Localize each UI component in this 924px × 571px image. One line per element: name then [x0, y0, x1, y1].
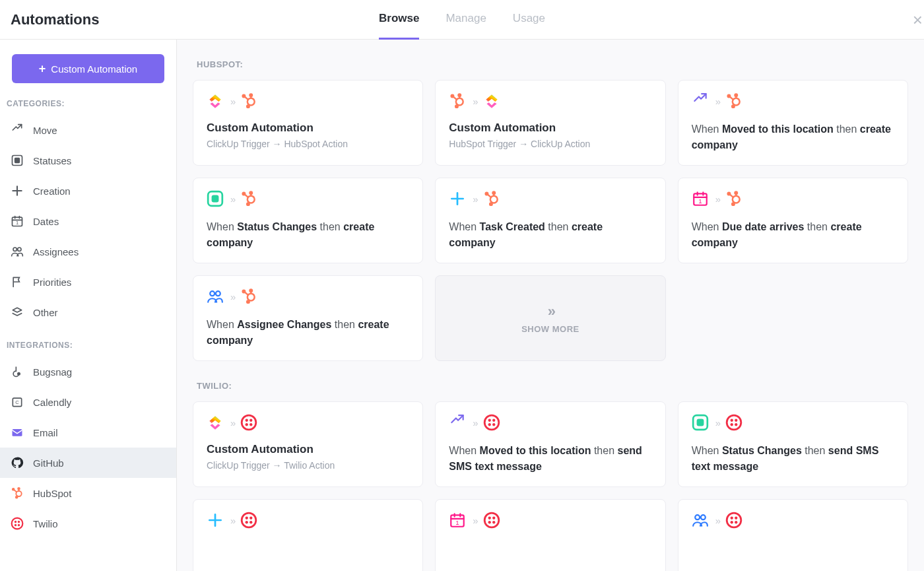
- svg-point-81: [492, 521, 495, 523]
- calendar-icon: 1: [11, 215, 24, 228]
- plus-icon: [449, 190, 466, 207]
- svg-point-57: [249, 423, 252, 426]
- automation-card[interactable]: »: [193, 499, 423, 571]
- chevron-right-icon: »: [715, 96, 719, 107]
- custom-automation-button[interactable]: + Custom Automation: [12, 54, 164, 83]
- arrow-icon: [692, 92, 709, 110]
- sidebar-item-move[interactable]: Move: [0, 115, 176, 145]
- automation-card[interactable]: » When Assignee Changes then create comp…: [193, 275, 423, 361]
- status-icon: [207, 190, 224, 207]
- automation-card[interactable]: »: [678, 499, 908, 571]
- card-subtitle: ClickUp Trigger → HubSpot Action: [207, 139, 409, 149]
- show-more-label: SHOW MORE: [521, 324, 579, 334]
- calendar-icon: 1: [449, 512, 466, 529]
- page-title: Automations: [11, 11, 99, 28]
- sidebar-item-calendly[interactable]: CCalendly: [0, 387, 176, 417]
- sidebar-item-email[interactable]: Email: [0, 417, 176, 448]
- sidebar-item-hubspot[interactable]: HubSpot: [0, 478, 176, 508]
- automation-card[interactable]: » When Moved to this location then creat…: [678, 80, 908, 166]
- sidebar-item-label: Dates: [33, 216, 59, 227]
- card-text: When Assignee Changes then create compan…: [207, 317, 409, 349]
- automation-card[interactable]: » When Status Changes then send SMS text…: [678, 401, 908, 487]
- show-more-button[interactable]: »SHOW MORE: [435, 275, 665, 361]
- card-title: Custom Automation: [207, 443, 409, 456]
- chevron-right-icon: »: [715, 193, 719, 205]
- sidebar-item-other[interactable]: Other: [0, 297, 176, 327]
- svg-text:1: 1: [16, 220, 18, 226]
- svg-point-70: [242, 513, 257, 527]
- svg-point-34: [243, 193, 245, 195]
- sidebar-item-label: Statuses: [33, 155, 71, 166]
- sidebar-item-label: Other: [33, 307, 58, 318]
- card-icons: 1 »: [692, 190, 894, 207]
- tab-browse[interactable]: Browse: [379, 0, 419, 40]
- tab-manage[interactable]: Manage: [446, 0, 486, 40]
- card-title: Custom Automation: [449, 121, 651, 135]
- svg-point-51: [250, 290, 252, 292]
- twilio-icon: [725, 512, 742, 529]
- sidebar-item-creation[interactable]: Creation: [0, 176, 176, 206]
- tab-usage[interactable]: Usage: [513, 0, 545, 40]
- automation-card[interactable]: » Custom AutomationClickUp Trigger → Hub…: [193, 80, 423, 166]
- people-icon: [11, 245, 24, 258]
- automation-card[interactable]: » Custom AutomationHubSpot Trigger → Cli…: [435, 80, 665, 166]
- people-icon: [207, 288, 224, 305]
- sidebar-item-statuses[interactable]: Statuses: [0, 145, 176, 176]
- automation-card[interactable]: 1 » When Due date arrives then create co…: [678, 178, 908, 263]
- sidebar-item-twilio[interactable]: Twilio: [0, 508, 176, 539]
- automation-card[interactable]: » Custom AutomationClickUp Trigger → Twi…: [193, 401, 423, 487]
- svg-point-55: [249, 419, 252, 422]
- svg-point-80: [488, 521, 490, 523]
- chevron-right-icon: »: [715, 515, 719, 526]
- twilio-icon: [725, 414, 742, 431]
- hubspot-icon: [240, 92, 257, 110]
- chevron-right-icon: »: [230, 193, 234, 205]
- automation-card[interactable]: 1 »: [435, 499, 665, 571]
- svg-point-74: [249, 521, 252, 523]
- clickup-icon: [483, 92, 500, 110]
- svg-point-29: [735, 94, 737, 96]
- svg-text:1: 1: [456, 519, 459, 526]
- close-icon[interactable]: ×: [913, 9, 923, 30]
- sidebar-item-label: GitHub: [33, 457, 64, 469]
- card-subtitle: ClickUp Trigger → Twilio Action: [207, 460, 409, 471]
- svg-point-61: [488, 423, 490, 426]
- clickup-icon: [207, 92, 224, 110]
- svg-point-4: [13, 248, 16, 251]
- automation-card[interactable]: » When Task Created then create company: [435, 178, 665, 263]
- sidebar-item-label: Calendly: [33, 397, 71, 408]
- automation-card[interactable]: » When Status Changes then create compan…: [193, 178, 423, 263]
- plus-icon: +: [39, 63, 46, 75]
- svg-point-78: [488, 517, 490, 520]
- email-icon: [11, 426, 24, 439]
- automation-card[interactable]: » When Moved to this location then send …: [435, 401, 665, 487]
- svg-point-15: [15, 521, 16, 523]
- svg-point-84: [727, 513, 741, 527]
- sidebar-item-label: Bugsnag: [33, 366, 72, 378]
- svg-point-59: [488, 419, 490, 422]
- sidebar-item-bugsnag[interactable]: Bugsnag: [0, 356, 176, 387]
- card-text: When Moved to this location then send SM…: [449, 443, 651, 475]
- arrow-icon: [11, 123, 24, 137]
- svg-point-65: [727, 415, 741, 430]
- svg-point-67: [735, 419, 737, 422]
- svg-point-12: [18, 488, 20, 490]
- sidebar-item-github[interactable]: GitHub: [0, 448, 176, 478]
- svg-point-38: [485, 193, 487, 195]
- twilio-icon: [483, 512, 500, 529]
- card-icons: »: [692, 512, 894, 529]
- sidebar-item-assignees[interactable]: Assignees: [0, 236, 176, 267]
- chevron-right-icon: »: [473, 193, 476, 205]
- svg-point-45: [735, 192, 737, 194]
- svg-point-85: [731, 517, 733, 520]
- svg-point-11: [13, 488, 15, 490]
- svg-point-87: [731, 521, 733, 523]
- card-text: When Status Changes then create company: [207, 219, 409, 251]
- header-tabs: Browse Manage Usage: [379, 0, 545, 40]
- card-icons: »: [449, 190, 651, 207]
- twilio-icon: [240, 414, 257, 431]
- svg-point-47: [210, 291, 214, 296]
- sidebar-item-dates[interactable]: 1Dates: [0, 206, 176, 236]
- status-icon: [692, 414, 709, 431]
- sidebar-item-priorities[interactable]: Priorities: [0, 267, 176, 297]
